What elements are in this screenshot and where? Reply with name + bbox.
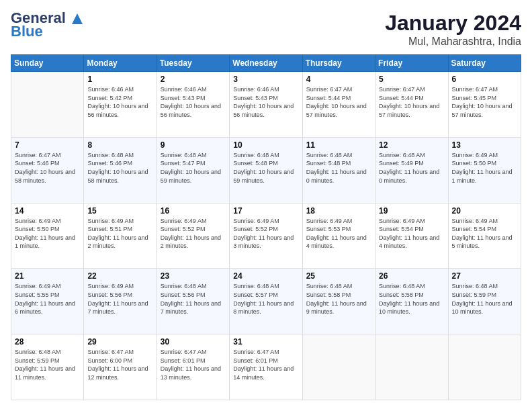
day-number: 10	[233, 140, 298, 150]
calendar-cell: 9 Sunrise: 6:48 AMSunset: 5:47 PMDayligh…	[157, 137, 229, 203]
main-title: January 2024	[385, 11, 521, 36]
calendar-cell: 4 Sunrise: 6:47 AMSunset: 5:44 PMDayligh…	[302, 72, 375, 138]
calendar-cell: 11 Sunrise: 6:48 AMSunset: 5:48 PMDaylig…	[302, 137, 375, 203]
calendar-cell	[302, 334, 375, 400]
day-info: Sunrise: 6:48 AMSunset: 5:49 PMDaylight:…	[379, 151, 444, 185]
calendar-cell: 28 Sunrise: 6:48 AMSunset: 5:59 PMDaylig…	[11, 334, 84, 400]
calendar-cell: 27 Sunrise: 6:48 AMSunset: 5:59 PMDaylig…	[448, 269, 521, 334]
calendar-cell: 5 Sunrise: 6:47 AMSunset: 5:44 PMDayligh…	[375, 72, 448, 138]
day-info: Sunrise: 6:48 AMSunset: 5:59 PMDaylight:…	[15, 348, 80, 381]
calendar-cell: 1 Sunrise: 6:46 AMSunset: 5:42 PMDayligh…	[84, 72, 157, 138]
day-number: 27	[452, 271, 517, 281]
subtitle: Mul, Maharashtra, India	[385, 36, 521, 48]
day-info: Sunrise: 6:48 AMSunset: 5:48 PMDaylight:…	[233, 151, 298, 185]
calendar-cell: 13 Sunrise: 6:49 AMSunset: 5:50 PMDaylig…	[448, 137, 521, 203]
calendar-cell: 31 Sunrise: 6:47 AMSunset: 6:01 PMDaylig…	[230, 334, 302, 400]
calendar-cell	[11, 72, 84, 138]
day-info: Sunrise: 6:46 AMSunset: 5:43 PMDaylight:…	[161, 85, 226, 119]
day-info: Sunrise: 6:47 AMSunset: 5:46 PMDaylight:…	[15, 151, 80, 185]
day-number: 13	[452, 140, 517, 150]
day-number: 4	[306, 75, 371, 84]
day-info: Sunrise: 6:49 AMSunset: 5:55 PMDaylight:…	[15, 282, 80, 316]
day-of-week-header: Wednesday	[230, 55, 302, 72]
day-info: Sunrise: 6:49 AMSunset: 5:53 PMDaylight:…	[306, 217, 371, 250]
day-info: Sunrise: 6:49 AMSunset: 5:52 PMDaylight:…	[233, 217, 298, 250]
calendar-cell: 26 Sunrise: 6:48 AMSunset: 5:58 PMDaylig…	[375, 269, 448, 334]
day-of-week-header: Sunday	[11, 55, 84, 72]
day-number: 1	[87, 75, 152, 84]
calendar-cell: 6 Sunrise: 6:47 AMSunset: 5:45 PMDayligh…	[448, 72, 521, 138]
day-info: Sunrise: 6:47 AMSunset: 6:01 PMDaylight:…	[233, 348, 298, 381]
day-number: 21	[15, 271, 80, 281]
day-info: Sunrise: 6:49 AMSunset: 5:56 PMDaylight:…	[87, 282, 152, 316]
day-number: 8	[87, 140, 152, 150]
day-number: 2	[161, 75, 226, 84]
day-info: Sunrise: 6:47 AMSunset: 5:44 PMDaylight:…	[379, 85, 444, 119]
calendar-week-row: 21 Sunrise: 6:49 AMSunset: 5:55 PMDaylig…	[11, 269, 521, 334]
day-number: 5	[379, 75, 444, 84]
day-info: Sunrise: 6:49 AMSunset: 5:51 PMDaylight:…	[87, 217, 152, 250]
calendar-cell: 24 Sunrise: 6:48 AMSunset: 5:57 PMDaylig…	[230, 269, 302, 334]
logo-icon	[71, 12, 84, 26]
calendar-cell: 2 Sunrise: 6:46 AMSunset: 5:43 PMDayligh…	[157, 72, 229, 138]
calendar-cell: 12 Sunrise: 6:48 AMSunset: 5:49 PMDaylig…	[375, 137, 448, 203]
calendar-cell: 22 Sunrise: 6:49 AMSunset: 5:56 PMDaylig…	[84, 269, 157, 334]
day-info: Sunrise: 6:48 AMSunset: 5:56 PMDaylight:…	[161, 282, 226, 316]
calendar-header-row: SundayMondayTuesdayWednesdayThursdayFrid…	[11, 55, 521, 72]
day-info: Sunrise: 6:48 AMSunset: 5:58 PMDaylight:…	[379, 282, 444, 316]
logo: General Blue	[11, 11, 84, 40]
title-block: January 2024 Mul, Maharashtra, India	[385, 11, 521, 48]
calendar-week-row: 14 Sunrise: 6:49 AMSunset: 5:50 PMDaylig…	[11, 203, 521, 269]
day-info: Sunrise: 6:49 AMSunset: 5:54 PMDaylight:…	[452, 217, 517, 250]
calendar-cell	[375, 334, 448, 400]
day-number: 25	[306, 271, 371, 281]
day-number: 6	[452, 75, 517, 84]
day-number: 30	[161, 337, 226, 347]
svg-marker-0	[72, 13, 83, 24]
day-info: Sunrise: 6:48 AMSunset: 5:57 PMDaylight:…	[233, 282, 298, 316]
calendar-cell: 20 Sunrise: 6:49 AMSunset: 5:54 PMDaylig…	[448, 203, 521, 269]
calendar-cell: 21 Sunrise: 6:49 AMSunset: 5:55 PMDaylig…	[11, 269, 84, 334]
calendar-cell: 16 Sunrise: 6:49 AMSunset: 5:52 PMDaylig…	[157, 203, 229, 269]
day-number: 26	[379, 271, 444, 281]
day-number: 7	[15, 140, 80, 150]
day-number: 16	[161, 206, 226, 216]
day-info: Sunrise: 6:48 AMSunset: 5:48 PMDaylight:…	[306, 151, 371, 185]
day-number: 29	[87, 337, 152, 347]
day-info: Sunrise: 6:48 AMSunset: 5:47 PMDaylight:…	[161, 151, 226, 185]
calendar-table: SundayMondayTuesdayWednesdayThursdayFrid…	[11, 54, 521, 400]
calendar-cell: 29 Sunrise: 6:47 AMSunset: 6:00 PMDaylig…	[84, 334, 157, 400]
day-number: 15	[87, 206, 152, 216]
day-info: Sunrise: 6:47 AMSunset: 5:45 PMDaylight:…	[452, 85, 517, 119]
page: General Blue January 2024 Mul, Maharasht…	[0, 0, 532, 411]
day-of-week-header: Tuesday	[157, 55, 229, 72]
day-number: 9	[161, 140, 226, 150]
day-info: Sunrise: 6:49 AMSunset: 5:50 PMDaylight:…	[452, 151, 517, 185]
calendar-cell: 17 Sunrise: 6:49 AMSunset: 5:52 PMDaylig…	[230, 203, 302, 269]
calendar-cell: 3 Sunrise: 6:46 AMSunset: 5:43 PMDayligh…	[230, 72, 302, 138]
calendar-week-row: 1 Sunrise: 6:46 AMSunset: 5:42 PMDayligh…	[11, 72, 521, 138]
calendar-cell: 7 Sunrise: 6:47 AMSunset: 5:46 PMDayligh…	[11, 137, 84, 203]
day-number: 19	[379, 206, 444, 216]
day-number: 3	[233, 75, 298, 84]
day-number: 24	[233, 271, 298, 281]
day-number: 20	[452, 206, 517, 216]
calendar-cell: 23 Sunrise: 6:48 AMSunset: 5:56 PMDaylig…	[157, 269, 229, 334]
day-number: 31	[233, 337, 298, 347]
calendar-cell: 30 Sunrise: 6:47 AMSunset: 6:01 PMDaylig…	[157, 334, 229, 400]
day-info: Sunrise: 6:46 AMSunset: 5:42 PMDaylight:…	[87, 85, 152, 119]
calendar-cell	[448, 334, 521, 400]
day-number: 23	[161, 271, 226, 281]
calendar-cell: 25 Sunrise: 6:48 AMSunset: 5:58 PMDaylig…	[302, 269, 375, 334]
day-number: 14	[15, 206, 80, 216]
day-info: Sunrise: 6:48 AMSunset: 5:59 PMDaylight:…	[452, 282, 517, 316]
day-of-week-header: Thursday	[302, 55, 375, 72]
calendar-cell: 19 Sunrise: 6:49 AMSunset: 5:54 PMDaylig…	[375, 203, 448, 269]
calendar-cell: 10 Sunrise: 6:48 AMSunset: 5:48 PMDaylig…	[230, 137, 302, 203]
day-of-week-header: Friday	[375, 55, 448, 72]
day-info: Sunrise: 6:49 AMSunset: 5:54 PMDaylight:…	[379, 217, 444, 250]
day-info: Sunrise: 6:47 AMSunset: 5:44 PMDaylight:…	[306, 85, 371, 119]
day-info: Sunrise: 6:47 AMSunset: 6:00 PMDaylight:…	[87, 348, 152, 381]
day-number: 28	[15, 337, 80, 347]
day-info: Sunrise: 6:46 AMSunset: 5:43 PMDaylight:…	[233, 85, 298, 119]
